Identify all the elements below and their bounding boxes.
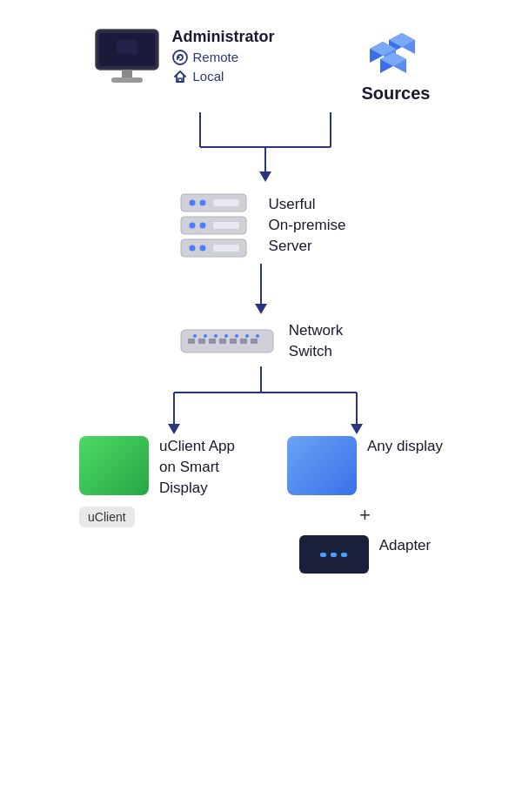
sources-block: Sources: [362, 26, 431, 104]
blue-display-icon: [287, 436, 357, 495]
uclient-item: uClient App on Smart Display uClient: [79, 436, 235, 527]
svg-rect-42: [251, 339, 258, 344]
diagram: Administrator Remote: [0, 0, 522, 608]
adapter-dots: [320, 553, 347, 557]
svg-rect-28: [213, 222, 239, 229]
svg-point-23: [199, 200, 205, 206]
svg-rect-37: [198, 339, 205, 344]
bracket-connector: [104, 112, 418, 182]
svg-rect-39: [219, 339, 226, 344]
svg-point-22: [189, 200, 195, 206]
fork-connector: [96, 366, 426, 436]
switch-row: Network Switch: [179, 319, 343, 363]
svg-point-49: [256, 334, 259, 338]
local-icon: [172, 69, 188, 84]
svg-rect-32: [213, 245, 239, 252]
svg-rect-40: [230, 339, 237, 344]
switch-icon: [179, 319, 275, 363]
svg-rect-41: [240, 339, 247, 344]
top-row: Administrator Remote: [0, 17, 522, 112]
admin-info: Administrator Remote: [172, 28, 275, 84]
adapter-dot-1: [320, 553, 326, 557]
svg-rect-4: [117, 40, 137, 54]
svg-rect-38: [209, 339, 216, 344]
svg-point-30: [189, 245, 195, 252]
svg-marker-54: [168, 424, 180, 434]
svg-point-45: [214, 334, 218, 338]
adapter-inner: Adapter: [299, 535, 432, 574]
uclient-label: uClient App on Smart Display: [159, 436, 235, 498]
plus-sign: +: [359, 504, 371, 527]
arrow-server-switch: [248, 264, 274, 316]
svg-point-26: [189, 223, 195, 229]
display-item: Any display + Adapter: [287, 436, 443, 574]
svg-point-47: [235, 334, 238, 338]
display-inner: Any display: [287, 436, 443, 495]
svg-point-46: [224, 334, 228, 338]
svg-point-31: [199, 245, 205, 252]
svg-rect-3: [111, 77, 143, 83]
uclient-inner: uClient App on Smart Display: [79, 436, 235, 498]
switch-label: Network Switch: [289, 320, 343, 362]
svg-rect-6: [178, 78, 182, 82]
adapter-dot-2: [331, 553, 337, 557]
svg-point-48: [245, 334, 249, 338]
svg-rect-36: [188, 339, 195, 344]
adapter-label: Adapter: [379, 535, 432, 556]
admin-title: Administrator: [172, 28, 275, 46]
svg-point-44: [204, 334, 207, 338]
uclient-badge: uClient: [79, 507, 135, 527]
svg-marker-34: [255, 304, 267, 314]
adapter-icon: [299, 535, 369, 574]
server-row: Userful On-premise Server: [177, 191, 346, 260]
svg-rect-24: [213, 199, 239, 206]
fork-row: uClient App on Smart Display uClient Any…: [0, 436, 522, 574]
svg-rect-2: [122, 70, 132, 78]
admin-remote: Remote: [172, 50, 275, 65]
svg-marker-20: [259, 171, 271, 182]
svg-point-5: [173, 50, 187, 64]
svg-point-27: [199, 223, 205, 229]
remote-icon: [172, 50, 188, 65]
server-icon: [177, 191, 255, 260]
adapter-dot-3: [341, 553, 347, 557]
green-display-icon: [79, 436, 149, 495]
monitor-icon: [92, 26, 162, 85]
sources-title: Sources: [362, 84, 431, 104]
svg-marker-55: [351, 424, 363, 434]
sources-icon: [365, 26, 426, 78]
admin-local: Local: [172, 69, 275, 84]
server-label: Userful On-premise Server: [269, 194, 346, 256]
svg-point-43: [193, 334, 197, 338]
admin-block: Administrator Remote: [92, 26, 275, 85]
display-label: Any display: [367, 436, 443, 457]
